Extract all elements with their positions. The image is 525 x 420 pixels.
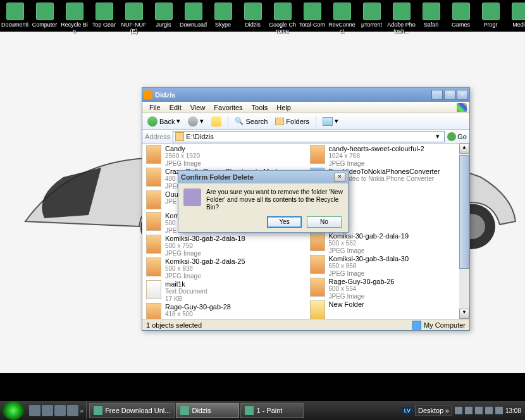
app-icon xyxy=(36,3,54,20)
file-icon xyxy=(310,145,325,164)
show-desktop-button[interactable]: Desktop » xyxy=(415,405,452,416)
app-icon xyxy=(96,3,113,20)
yes-button[interactable]: Yes xyxy=(267,216,302,228)
desktop-icon[interactable]: Didzis xyxy=(238,1,268,35)
chevron-down-icon[interactable]: ▾ xyxy=(433,132,442,140)
desktop-icon[interactable]: Progr xyxy=(476,1,505,35)
ql-icon[interactable] xyxy=(67,405,78,416)
desktop-icon[interactable]: µTorrent xyxy=(357,1,386,35)
dialog-titlebar[interactable]: Confirm Folder Delete × xyxy=(178,171,348,183)
scroll-up-button[interactable]: ▲ xyxy=(459,144,469,154)
back-button[interactable]: Back▾ xyxy=(145,115,183,128)
search-button[interactable]: 🔍Search xyxy=(232,116,270,127)
desktop-icon[interactable]: RevConnect xyxy=(327,1,357,35)
chevron-right-icon[interactable]: » xyxy=(80,407,83,414)
task-label: 1 - Paint xyxy=(256,407,282,414)
desktop-icon[interactable]: Games xyxy=(446,1,476,35)
maximize-button[interactable]: □ xyxy=(444,90,455,100)
menu-view[interactable]: View xyxy=(186,102,210,113)
file-name: Komiksi-30-gab-2-dala-25 xyxy=(165,257,245,265)
desktop-icon[interactable]: Adobe Photosh... xyxy=(386,1,416,35)
icon-label: NUF-NUF (E) xyxy=(120,22,148,34)
taskbar-task[interactable]: Free Download Unl... xyxy=(89,403,175,418)
task-icon xyxy=(245,406,254,415)
app-icon xyxy=(66,3,83,20)
app-icon xyxy=(304,3,321,20)
close-button[interactable]: × xyxy=(457,90,468,100)
desktop-icon[interactable]: Top Gear xyxy=(89,1,119,35)
file-icon xyxy=(310,255,325,274)
file-item[interactable]: Komiksi-30-gab-2-dala-18500 x 750JPEG Im… xyxy=(142,233,306,256)
file-meta: 650 x 858 xyxy=(329,262,409,270)
status-location: My Computer xyxy=(424,321,466,329)
desktop-icon[interactable]: Safari xyxy=(416,1,446,35)
tray-icon[interactable] xyxy=(465,407,472,414)
file-icon xyxy=(146,235,161,254)
file-item[interactable]: Komiksi-30-gab-2-dala-19500 x 582JPEG Im… xyxy=(306,231,470,254)
desktop-icon[interactable]: Media xyxy=(505,1,525,35)
recycle-bin-icon xyxy=(183,188,201,206)
scroll-thumb[interactable] xyxy=(459,155,469,269)
statusbar: 1 objects selected My Computer xyxy=(142,319,469,330)
ql-icon[interactable] xyxy=(54,405,66,416)
desktop-icon[interactable]: Documenti xyxy=(0,1,30,35)
file-item[interactable]: Rage-Guy-30-gab-28418 x 500JPEG Image xyxy=(142,302,306,319)
menu-help[interactable]: Help xyxy=(272,102,295,113)
file-item[interactable]: Candy2560 x 1920JPEG Image xyxy=(142,144,306,166)
file-item[interactable]: Rage-Guy-30-gab-26500 x 554JPEG Image xyxy=(306,276,470,299)
tray-icon[interactable] xyxy=(475,407,483,414)
ql-icon[interactable] xyxy=(29,405,40,416)
file-item[interactable]: Komiksi-30-gab-2-dala-25500 x 938JPEG Im… xyxy=(142,256,306,279)
icon-label: Total-Com xyxy=(299,22,325,28)
taskbar-task[interactable]: Didzis xyxy=(176,403,239,418)
taskbar-task[interactable]: 1 - Paint xyxy=(240,403,304,418)
dialog-close-button[interactable]: × xyxy=(334,173,345,182)
clock[interactable]: 13:08 xyxy=(505,407,521,414)
file-name: mail1k xyxy=(165,280,207,288)
go-button[interactable]: Go xyxy=(447,132,467,141)
tray-icon[interactable] xyxy=(455,407,462,414)
ql-icon[interactable] xyxy=(42,405,53,416)
task-icon xyxy=(180,406,189,415)
up-button[interactable] xyxy=(209,115,224,128)
file-item[interactable]: mail1kText Document17 KB xyxy=(142,279,306,302)
file-icon xyxy=(146,280,161,299)
app-icon xyxy=(125,3,143,20)
file-item[interactable]: Komiksi-30-gab-3-dala-30650 x 858JPEG Im… xyxy=(306,254,470,276)
desktop-icon[interactable]: Jurgis xyxy=(149,1,178,35)
start-button[interactable] xyxy=(3,401,24,420)
titlebar[interactable]: Didzis _ □ × xyxy=(142,88,469,102)
no-button[interactable]: No xyxy=(307,216,342,228)
app-icon xyxy=(393,3,411,20)
menu-favorites[interactable]: Favorites xyxy=(209,102,247,113)
window-title: Didzis xyxy=(155,91,431,99)
file-item[interactable]: New Folder xyxy=(306,299,470,319)
app-icon xyxy=(363,3,381,20)
language-indicator[interactable]: LV xyxy=(402,407,412,414)
icon-label: Computer xyxy=(32,22,58,28)
desktop-icon[interactable]: Google Chrome xyxy=(268,1,297,35)
folders-button[interactable]: Folders xyxy=(273,116,312,127)
menu-file[interactable]: File xyxy=(145,102,165,113)
file-icon xyxy=(146,145,161,164)
app-icon xyxy=(423,3,440,20)
desktop-icon[interactable]: Recycle Bin xyxy=(59,1,89,35)
tray-icon[interactable] xyxy=(485,407,493,414)
minimize-button[interactable]: _ xyxy=(431,90,443,100)
forward-button[interactable]: ▾ xyxy=(185,115,206,128)
scroll-down-button[interactable]: ▼ xyxy=(459,309,469,319)
tray-icon[interactable] xyxy=(495,407,503,414)
desktop-icon[interactable]: DownLoad xyxy=(178,1,208,35)
desktop-icon[interactable]: Total-Com xyxy=(297,1,327,35)
desktop-icon[interactable]: Computer xyxy=(30,1,59,35)
icon-label: Adobe Photosh... xyxy=(387,22,416,34)
icon-label: Games xyxy=(452,22,470,28)
menu-edit[interactable]: Edit xyxy=(165,102,186,113)
desktop-icon[interactable]: Skype xyxy=(208,1,238,35)
file-item[interactable]: candy-hearts-sweet-colourful-21024 x 768… xyxy=(306,144,470,166)
scrollbar[interactable]: ▲ ▼ xyxy=(459,144,469,319)
address-input[interactable]: E:\Didzis ▾ xyxy=(173,131,445,142)
views-button[interactable]: ▾ xyxy=(320,116,341,127)
desktop-icon[interactable]: NUF-NUF (E) xyxy=(119,1,149,35)
menu-tools[interactable]: Tools xyxy=(247,102,273,113)
